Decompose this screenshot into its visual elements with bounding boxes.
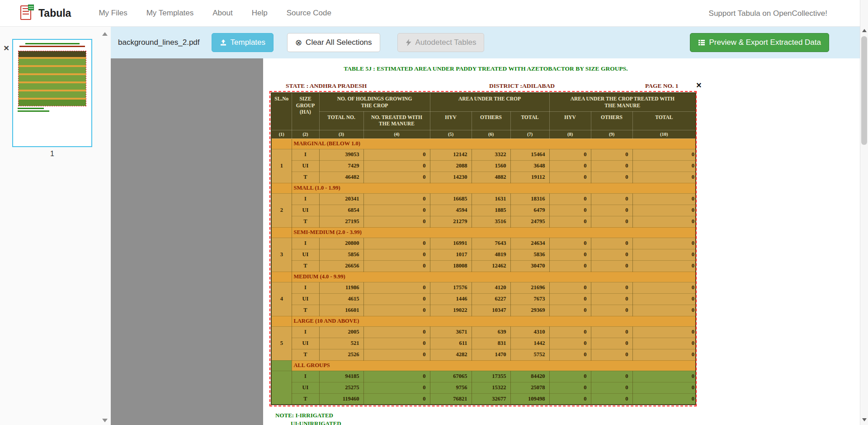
toolbar: background_lines_2.pdf Templates ⊗ Clear… bbox=[111, 27, 860, 58]
nav-item-about[interactable]: About bbox=[203, 9, 242, 18]
thumb-note-line bbox=[18, 108, 44, 109]
document-title: TABLE 5J : ESTIMATED AREA UNDER PADDY TR… bbox=[263, 65, 708, 72]
thumb-note-line bbox=[18, 110, 49, 112]
document-note-line1: NOTE: I-IRRIGATED bbox=[275, 412, 333, 419]
thumb-table-header bbox=[19, 51, 86, 57]
thumbnail-table bbox=[18, 51, 86, 106]
clear-circle-x-icon: ⊗ bbox=[295, 38, 302, 47]
document-state: STATE : ANDHRA PRADESH bbox=[286, 82, 367, 90]
brand-title[interactable]: Tabula bbox=[38, 7, 71, 19]
scroll-thumb[interactable] bbox=[861, 36, 867, 145]
nav-item-help[interactable]: Help bbox=[242, 9, 277, 18]
autodetect-button-label: Autodetect Tables bbox=[415, 38, 476, 47]
document-district: DISTRICT :ADILABAD bbox=[489, 82, 555, 90]
table-area: SL.NoSIZE GROUP (HA)NO. OF HOLDINGS GROW… bbox=[271, 92, 695, 405]
tabula-logo-icon[interactable] bbox=[20, 5, 34, 22]
table-cube-icon bbox=[28, 5, 34, 10]
document-note-line2: UI-UNIRRIGATED bbox=[291, 420, 341, 425]
table-list-icon bbox=[698, 39, 705, 46]
thumb-title-line bbox=[25, 43, 80, 44]
export-button-label: Preview & Export Extracted Data bbox=[709, 38, 821, 47]
page-thumbnail[interactable] bbox=[12, 39, 92, 147]
scroll-down-button[interactable] bbox=[862, 418, 867, 421]
scroll-up-button[interactable] bbox=[862, 29, 867, 32]
pdf-page[interactable]: TABLE 5J : ESTIMATED AREA UNDER PADDY TR… bbox=[263, 58, 708, 425]
upload-icon bbox=[220, 39, 227, 46]
remove-selection-button[interactable]: × bbox=[696, 80, 702, 91]
vertical-scrollbar[interactable] bbox=[860, 0, 868, 425]
export-button[interactable]: Preview & Export Extracted Data bbox=[690, 33, 829, 52]
support-link[interactable]: Support Tabula on OpenCollective! bbox=[709, 0, 827, 27]
lightning-icon bbox=[406, 39, 412, 46]
thumbnail-page-number: 1 bbox=[0, 150, 104, 158]
templates-button-label: Templates bbox=[231, 38, 265, 47]
sidebar-scroll-down-icon[interactable] bbox=[102, 419, 108, 422]
sidebar-scroll-up-icon[interactable] bbox=[102, 32, 108, 36]
templates-button[interactable]: Templates bbox=[212, 33, 274, 52]
thumbnail-sidebar: × 1 bbox=[0, 27, 111, 425]
nav-item-my-templates[interactable]: My Templates bbox=[137, 9, 203, 18]
nav-item-source-code[interactable]: Source Code bbox=[277, 9, 341, 18]
clear-button-label: Clear All Selections bbox=[306, 38, 372, 47]
top-navbar: Tabula My Files My Templates About Help … bbox=[0, 0, 868, 27]
pdf-viewer[interactable]: TABLE 5J : ESTIMATED AREA UNDER PADDY TR… bbox=[111, 58, 708, 425]
thumb-subtitle-line bbox=[19, 46, 85, 47]
autodetect-tables-button[interactable]: Autodetect Tables bbox=[397, 33, 485, 52]
table-selection-overlay[interactable] bbox=[269, 91, 697, 406]
clear-selections-button[interactable]: ⊗ Clear All Selections bbox=[287, 33, 380, 52]
remove-page-button[interactable]: × bbox=[4, 43, 9, 53]
document-page-no: PAGE NO. 1 bbox=[645, 82, 679, 90]
nav-item-my-files[interactable]: My Files bbox=[89, 9, 137, 18]
file-name-label: background_lines_2.pdf bbox=[118, 38, 200, 47]
